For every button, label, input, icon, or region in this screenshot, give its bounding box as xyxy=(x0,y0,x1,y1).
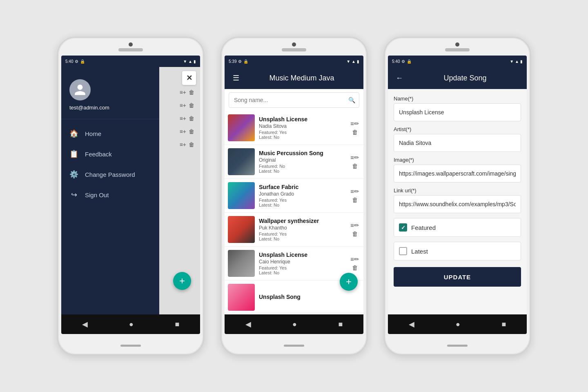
song-list: Unsplash License Nadia Sitova Featured: … xyxy=(225,111,363,314)
song-thumbnail-4 xyxy=(228,216,255,243)
form-group-image: Image(*) xyxy=(394,157,521,183)
recent-button-2[interactable]: ■ xyxy=(330,317,351,332)
drawer-item-change-password[interactable]: ⚙️ Change Password xyxy=(61,164,159,185)
edit-icon-overlay-3: ≡+ xyxy=(180,115,186,122)
song-info-2: Music Percussion Song Original Featured:… xyxy=(259,150,346,174)
drawer-item-feedback[interactable]: 📋 Feedback xyxy=(61,144,159,164)
link-label: Link url(*) xyxy=(394,187,521,194)
delete-icon-4[interactable]: 🗑 xyxy=(352,231,358,237)
song-latest-3: Latest: No xyxy=(259,203,346,207)
home-button-2[interactable]: ● xyxy=(284,317,305,332)
song-info-1: Unsplash License Nadia Sitova Featured: … xyxy=(259,116,346,140)
list-item[interactable]: Music Percussion Song Original Featured:… xyxy=(225,145,363,179)
song-artist-1: Nadia Sitova xyxy=(259,123,346,129)
featured-checkbox-row[interactable]: Featured xyxy=(394,218,521,237)
song-featured-2: Featured: No xyxy=(259,164,346,169)
overlay-item-5: ≡+ 🗑 xyxy=(163,139,196,150)
song-actions-1: ≡✏ 🗑 xyxy=(350,120,359,135)
time-1: 5:40 xyxy=(65,59,73,64)
app-bar-title-3: Update Song xyxy=(409,74,521,82)
delete-icon-5[interactable]: 🗑 xyxy=(352,265,358,271)
wifi-icon-3: ▼ xyxy=(510,59,514,64)
edit-icon-3[interactable]: ≡✏ xyxy=(350,188,359,194)
song-thumbnail-3 xyxy=(228,182,255,209)
avatar xyxy=(69,79,91,100)
name-input[interactable] xyxy=(394,103,521,121)
phone-3: 5:40 ⚙ 🔒 ▼ ▲ ▮ ← Update Song Name(*) xyxy=(384,37,531,355)
song-featured-3: Featured: Yes xyxy=(259,198,346,203)
song-actions-5: ≡✏ 🗑 xyxy=(350,256,359,271)
screen-3: 5:40 ⚙ 🔒 ▼ ▲ ▮ ← Update Song Name(*) xyxy=(388,56,527,334)
song-actions-2: ≡✏ 🗑 xyxy=(350,154,359,169)
fab-2[interactable]: + xyxy=(340,273,358,291)
signal-icon-3: ▲ xyxy=(515,59,519,64)
edit-icon-2[interactable]: ≡✏ xyxy=(350,154,359,160)
edit-icon-4[interactable]: ≡✏ xyxy=(350,222,359,228)
drawer-item-sign-out[interactable]: ↪ Sign Out xyxy=(61,185,159,205)
artist-label: Artist(*) xyxy=(394,126,521,132)
search-wrapper: 🔍 xyxy=(229,92,359,108)
battery-icon-3: ▮ xyxy=(520,59,523,64)
edit-icon-overlay-2: ≡+ xyxy=(180,102,186,109)
speaker-3 xyxy=(445,48,470,51)
song-actions-4: ≡✏ 🗑 xyxy=(350,222,359,237)
home-button-1[interactable]: ● xyxy=(121,317,142,332)
app-bar-3: ← Update Song xyxy=(388,67,527,89)
song-artist-2: Original xyxy=(259,157,346,163)
recent-button-3[interactable]: ■ xyxy=(493,317,514,332)
song-thumbnail-5 xyxy=(228,250,255,277)
song-featured-4: Featured: Yes xyxy=(259,232,346,236)
featured-checkbox[interactable] xyxy=(399,223,407,232)
back-arrow-icon: ← xyxy=(396,74,403,82)
latest-checkbox-row[interactable]: Latest xyxy=(394,242,521,261)
search-input[interactable] xyxy=(229,92,359,108)
delete-icon-2[interactable]: 🗑 xyxy=(352,163,358,169)
edit-icon-5[interactable]: ≡✏ xyxy=(350,256,359,262)
delete-icon-overlay-4: 🗑 xyxy=(189,128,194,135)
back-button-2[interactable]: ◀ xyxy=(237,316,259,332)
update-button[interactable]: UPDATE xyxy=(394,267,521,287)
feedback-icon: 📋 xyxy=(69,149,78,158)
image-input[interactable] xyxy=(394,165,521,183)
recent-button-1[interactable]: ■ xyxy=(167,317,187,332)
song-artist-4: Puk Khantho xyxy=(259,225,346,231)
song-name-2: Music Percussion Song xyxy=(259,150,346,156)
list-item[interactable]: Surface Fabric Jonathan Grado Featured: … xyxy=(225,179,363,213)
form-group-artist: Artist(*) xyxy=(394,126,521,152)
drawer-label-change-password: Change Password xyxy=(85,171,135,178)
artist-input[interactable] xyxy=(394,134,521,152)
lock-icon-1: 🔒 xyxy=(80,59,85,64)
delete-icon-1[interactable]: 🗑 xyxy=(352,129,358,135)
delete-icon-3[interactable]: 🗑 xyxy=(352,197,358,203)
back-arrow-button[interactable]: ← xyxy=(394,72,405,84)
hamburger-icon: ☰ xyxy=(233,74,239,82)
menu-button[interactable]: ☰ xyxy=(230,72,242,84)
back-button-3[interactable]: ◀ xyxy=(401,316,423,332)
back-button-1[interactable]: ◀ xyxy=(74,316,96,332)
home-button-3[interactable]: ● xyxy=(448,317,468,332)
screen-1: 5:40 ⚙ 🔒 ▼ ▲ ▮ test@admin. xyxy=(61,56,200,334)
link-input[interactable] xyxy=(394,195,521,213)
speaker-2 xyxy=(282,48,306,51)
list-item[interactable]: Unsplash License Nadia Sitova Featured: … xyxy=(225,111,363,145)
camera-2 xyxy=(292,42,296,47)
edit-icon-overlay-4: ≡+ xyxy=(180,128,186,135)
list-item[interactable]: Wallpaper synthesizer Puk Khantho Featur… xyxy=(225,213,363,247)
song-latest-1: Latest: No xyxy=(259,135,346,140)
close-button[interactable]: ✕ xyxy=(182,71,196,85)
song-thumbnail-1 xyxy=(228,114,255,141)
camera-1 xyxy=(129,42,133,47)
song-latest-2: Latest: No xyxy=(259,169,346,174)
drawer-item-home[interactable]: 🏠 Home xyxy=(61,123,159,144)
edit-icon-1[interactable]: ≡✏ xyxy=(350,120,359,127)
fab-1[interactable]: + xyxy=(173,272,191,290)
latest-checkbox[interactable] xyxy=(399,247,407,255)
screen-2: 5:39 ⚙ 🔒 ▼ ▲ ▮ ☰ Music Medium Java 🔍 xyxy=(225,56,363,334)
home-bar-2 xyxy=(284,345,304,347)
drawer-label-sign-out: Sign Out xyxy=(85,192,109,198)
song-featured-1: Featured: Yes xyxy=(259,130,346,135)
overlay-item-3: ≡+ 🗑 xyxy=(163,113,196,124)
drawer-menu: 🏠 Home 📋 Feedback ⚙️ Change Password ↪ S… xyxy=(61,119,159,209)
speaker-1 xyxy=(118,48,143,51)
song-info-6: Unsplash Song xyxy=(259,294,359,301)
